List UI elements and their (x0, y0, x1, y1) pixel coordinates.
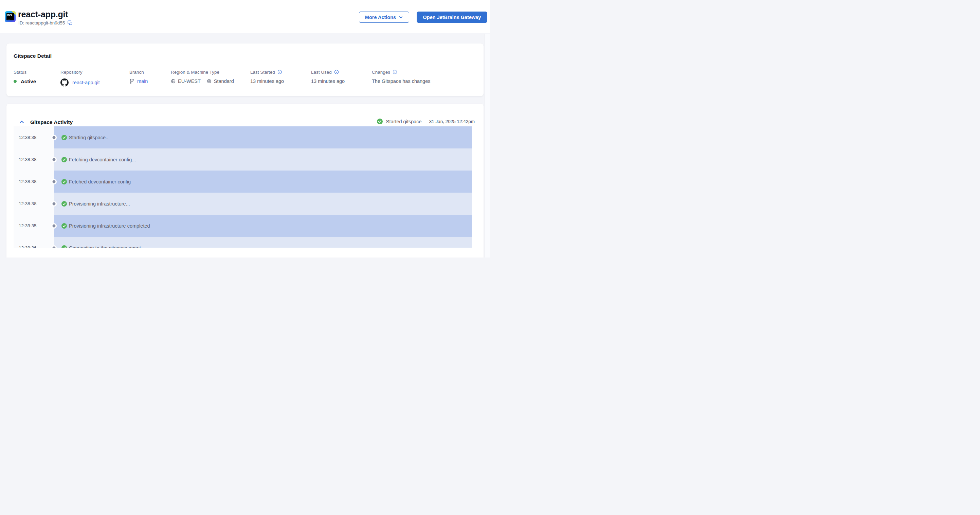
repository-link[interactable]: react-app.git (72, 80, 100, 85)
globe-icon (171, 79, 175, 84)
log-message-cell: Fetching devcontainer config... (54, 148, 472, 171)
title-block: react-app.git ID: reactappgit-bn9d55 (18, 9, 73, 26)
success-icon (62, 201, 67, 207)
log-message: Provisioning infrastructure completed (69, 223, 150, 229)
log-message-cell: Provisioning infrastructure... (54, 193, 472, 215)
field-last-used: Last Used 13 minutes ago (311, 69, 345, 84)
success-icon (62, 157, 67, 163)
activity-log-row: 12:38:38Provisioning infrastructure... (14, 193, 472, 215)
timeline-dot-icon (52, 224, 56, 227)
timeline-dot-icon (52, 136, 56, 139)
page-scrollbar[interactable] (484, 33, 490, 257)
region-machine-label: Region & Machine Type (171, 69, 234, 75)
activity-status-label: Started gitspace (386, 119, 422, 124)
field-region-machine: Region & Machine Type EU-WEST (171, 69, 234, 84)
log-timestamp: 12:39:35 (14, 215, 54, 237)
header-actions: More Actions Open JetBrains Gateway (359, 11, 487, 23)
last-started-label: Last Started (250, 70, 275, 75)
region-value: EU-WEST (178, 78, 201, 84)
changes-label: Changes (372, 70, 390, 75)
detail-card-title: Gitspace Detail (14, 53, 52, 59)
cpu-icon (207, 79, 212, 84)
field-branch: Branch main (129, 69, 148, 84)
page-title: react-app.git (18, 9, 73, 19)
gitspace-id-row: ID: reactappgit-bn9d55 (18, 21, 73, 26)
timeline-dot-icon (52, 246, 56, 248)
copy-icon[interactable] (68, 21, 73, 26)
chevron-up-icon[interactable] (19, 119, 24, 125)
success-icon (62, 135, 67, 140)
timeline-dot-icon (52, 158, 56, 161)
log-message: Provisioning infrastructure... (69, 201, 130, 207)
branch-link[interactable]: main (137, 78, 148, 84)
success-icon (62, 179, 67, 185)
timeline-dot-icon (52, 202, 56, 205)
info-icon[interactable] (277, 70, 282, 74)
log-message: Connecting to the gitspace agent.... (69, 245, 146, 248)
log-timestamp: 12:38:38 (14, 148, 54, 171)
log-message: Fetched devcontainer config (69, 179, 131, 185)
log-message: Fetching devcontainer config... (69, 157, 136, 163)
branch-label: Branch (129, 69, 148, 75)
log-timestamp: 12:38:38 (14, 171, 54, 193)
last-used-label: Last Used (311, 70, 332, 75)
repository-label: Repository (60, 69, 100, 75)
gitspace-detail-card: Gitspace Detail Status Active Repository… (6, 43, 484, 96)
log-message: Starting gitspace... (69, 135, 110, 140)
success-icon (62, 223, 67, 229)
activity-log-row: 12:39:36Connecting to the gitspace agent… (14, 237, 472, 248)
activity-log-row: 12:38:38Starting gitspace... (14, 126, 472, 148)
webstorm-icon-underscore (8, 19, 10, 20)
more-actions-button[interactable]: More Actions (359, 11, 409, 23)
log-message-cell: Connecting to the gitspace agent.... (54, 237, 472, 248)
status-dot-icon (14, 80, 17, 83)
info-icon[interactable] (334, 70, 339, 74)
last-used-value: 13 minutes ago (311, 78, 345, 84)
changes-value: The Gitspace has changes (372, 78, 431, 84)
activity-date: 31 Jan, 2025 12:42pm (429, 119, 475, 124)
gitspace-detail-page: WS react-app.git ID: reactappgit-bn9d55 … (0, 0, 490, 257)
status-value: Active (21, 78, 36, 84)
log-timestamp: 12:38:38 (14, 126, 54, 148)
log-message-cell: Provisioning infrastructure completed (54, 215, 472, 237)
log-message-cell: Starting gitspace... (54, 126, 472, 148)
field-changes: Changes The Gitspace has changes (372, 69, 431, 84)
status-label: Status (14, 69, 36, 75)
gitspace-id: ID: reactappgit-bn9d55 (18, 21, 65, 26)
success-icon (62, 245, 67, 248)
webstorm-icon-label: WS (7, 14, 12, 17)
activity-status: Started gitspace 31 Jan, 2025 12:42pm (377, 118, 475, 124)
log-message-cell: Fetched devcontainer config (54, 171, 472, 193)
log-timestamp: 12:38:38 (14, 193, 54, 215)
github-icon (60, 78, 68, 87)
activity-log[interactable]: 12:38:38Starting gitspace...12:38:38Fetc… (14, 126, 472, 248)
field-last-started: Last Started 13 minutes ago (250, 69, 284, 84)
activity-card-title: Gitspace Activity (30, 119, 73, 125)
field-repository: Repository react-app.git (60, 69, 100, 87)
more-actions-label: More Actions (365, 14, 396, 20)
open-jetbrains-gateway-button[interactable]: Open JetBrains Gateway (417, 11, 487, 23)
timeline-dot-icon (52, 180, 56, 183)
webstorm-icon: WS (5, 11, 16, 22)
chevron-down-icon (399, 15, 403, 19)
last-started-value: 13 minutes ago (250, 78, 284, 84)
activity-log-row: 12:38:38Fetching devcontainer config... (14, 148, 472, 171)
log-timestamp: 12:39:36 (14, 237, 54, 248)
webstorm-icon-inner: WS (6, 13, 14, 21)
git-branch-icon (129, 79, 134, 84)
machine-type-value: Standard (214, 78, 234, 84)
info-icon[interactable] (393, 70, 397, 74)
field-status: Status Active (14, 69, 36, 84)
page-header: WS react-app.git ID: reactappgit-bn9d55 … (0, 0, 490, 33)
gitspace-activity-card: Gitspace Activity Started gitspace 31 Ja… (6, 104, 484, 257)
activity-log-row: 12:39:35Provisioning infrastructure comp… (14, 215, 472, 237)
success-icon (377, 118, 383, 124)
activity-log-row: 12:38:38Fetched devcontainer config (14, 171, 472, 193)
